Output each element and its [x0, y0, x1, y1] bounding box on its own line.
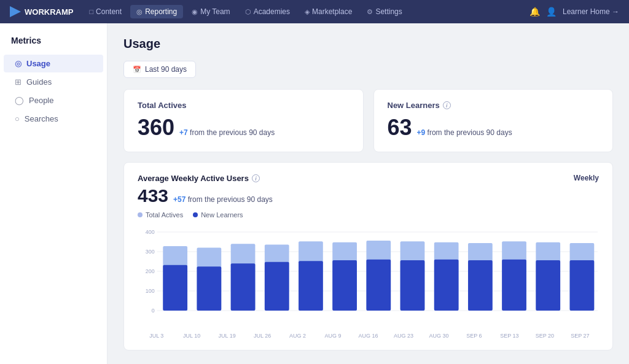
svg-rect-13	[197, 266, 222, 311]
total-actives-change: +7 from the previous 90 days	[179, 128, 275, 137]
academies-icon: ⬡	[245, 8, 251, 16]
topnav-right: 🔔 👤 Learner Home →	[529, 7, 619, 17]
x-axis-label: AUG 2	[280, 333, 315, 339]
x-axis-label: JUL 19	[209, 333, 244, 339]
new-learners-value-row: 63 +9 from the previous 90 days	[388, 115, 600, 141]
nav-academies[interactable]: ⬡ Academies	[239, 5, 296, 18]
chart-svg: 400 300 200 100 0	[138, 226, 599, 330]
bar-chart: 400 300 200 100 0	[138, 226, 599, 330]
top-navigation: WORKRAMP □ Content ◎ Reporting ◉ My Team…	[0, 0, 629, 23]
nav-marketplace-label: Marketplace	[312, 7, 352, 16]
x-axis-label: SEP 20	[527, 333, 562, 339]
sidebar-item-usage-label: Usage	[26, 59, 50, 68]
metric-cards-row: Total Actives 360 +7 from the previous 9…	[123, 89, 613, 152]
nav-settings[interactable]: ⚙ Settings	[361, 5, 408, 18]
svg-rect-17	[265, 262, 289, 311]
date-filter-label: Last 90 days	[145, 65, 187, 74]
legend-total-actives: Total Actives	[138, 211, 183, 219]
main-content: Usage 📅 Last 90 days Total Actives 360 +…	[107, 23, 629, 364]
x-axis-label: JUL 10	[174, 333, 209, 339]
legend-new-dot	[193, 212, 198, 217]
total-actives-value-row: 360 +7 from the previous 90 days	[138, 115, 350, 141]
svg-rect-31	[502, 260, 526, 311]
total-actives-card: Total Actives 360 +7 from the previous 9…	[123, 89, 364, 152]
svg-rect-35	[570, 260, 595, 311]
legend-new-label: New Learners	[201, 211, 243, 219]
svg-rect-11	[163, 265, 187, 311]
svg-rect-19	[299, 261, 323, 311]
sidebar-item-guides[interactable]: ⊞ Guides	[4, 73, 103, 91]
svg-rect-29	[468, 260, 493, 311]
reporting-icon: ◎	[136, 8, 143, 16]
brand-logo[interactable]: WORKRAMP	[10, 6, 73, 17]
new-learners-number: 63	[388, 115, 412, 141]
svg-rect-21	[332, 260, 357, 311]
bell-icon[interactable]: 🔔	[529, 7, 540, 17]
new-learners-card: New Learners i 63 +9 from the previous 9…	[373, 89, 614, 152]
x-axis-label: SEP 13	[492, 333, 527, 339]
date-filter-button[interactable]: 📅 Last 90 days	[123, 61, 196, 78]
new-learners-info-icon[interactable]: i	[443, 101, 451, 109]
chart-period-button[interactable]: Weekly	[574, 174, 599, 182]
learner-home-label: Learner Home →	[563, 7, 619, 16]
svg-rect-15	[231, 263, 256, 311]
total-actives-change-text: from the previous 90 days	[190, 128, 275, 137]
learner-home-button[interactable]: Learner Home →	[563, 7, 619, 16]
sidebar: Metrics ◎ Usage ⊞ Guides ◯ People ○ Sear…	[0, 23, 107, 364]
sidebar-item-guides-label: Guides	[26, 77, 52, 87]
x-axis-labels: JUL 3JUL 10JUL 19JUL 26AUG 2AUG 9AUG 16A…	[138, 330, 599, 339]
nav-reporting[interactable]: ◎ Reporting	[130, 5, 183, 18]
svg-text:200: 200	[146, 268, 155, 274]
nav-myteam-label: My Team	[200, 7, 230, 16]
new-learners-change-text: from the previous 90 days	[428, 128, 512, 137]
x-axis-label: SEP 27	[563, 333, 598, 339]
svg-rect-23	[366, 260, 391, 311]
svg-text:300: 300	[146, 249, 155, 255]
guides-icon: ⊞	[15, 77, 21, 87]
x-axis-label: AUG 16	[351, 333, 386, 339]
nav-settings-label: Settings	[375, 7, 402, 16]
sidebar-item-searches-label: Searches	[25, 114, 58, 123]
total-actives-title: Total Actives	[138, 101, 350, 110]
sidebar-item-people-label: People	[29, 96, 53, 105]
brand-name: WORKRAMP	[25, 7, 73, 17]
x-axis-label: AUG 30	[421, 333, 456, 339]
new-learners-change: +9 from the previous 90 days	[417, 128, 512, 137]
page-title: Usage	[123, 37, 613, 51]
nav-myteam[interactable]: ◉ My Team	[186, 5, 236, 18]
legend-new-learners: New Learners	[193, 211, 243, 219]
user-avatar-icon[interactable]: 👤	[546, 7, 557, 17]
myteam-icon: ◉	[192, 8, 198, 16]
x-axis-label: SEP 6	[456, 333, 491, 339]
sidebar-item-searches[interactable]: ○ Searches	[4, 110, 103, 128]
chart-stat-row: 433 +57 from the previous 90 days	[138, 185, 599, 206]
chart-header: Average Weekly Active Users i Weekly	[138, 174, 599, 183]
sidebar-item-usage[interactable]: ◎ Usage	[4, 55, 103, 72]
nav-content-label: Content	[96, 7, 122, 16]
nav-academies-label: Academies	[254, 7, 290, 16]
svg-rect-33	[536, 260, 560, 311]
sidebar-title: Metrics	[0, 36, 107, 54]
nav-content[interactable]: □ Content	[83, 5, 128, 18]
chart-info-icon[interactable]: i	[252, 174, 260, 182]
total-actives-number: 360	[138, 115, 174, 141]
svg-rect-27	[434, 260, 459, 311]
content-icon: □	[89, 8, 93, 15]
x-axis-label: JUL 26	[244, 333, 279, 339]
nav-reporting-label: Reporting	[145, 7, 177, 16]
sidebar-item-people[interactable]: ◯ People	[4, 91, 103, 109]
x-axis-label: AUG 9	[315, 333, 350, 339]
svg-rect-25	[400, 260, 425, 311]
calendar-icon: 📅	[133, 66, 141, 74]
svg-text:100: 100	[146, 288, 155, 294]
chart-stat-change: +57 from the previous 90 days	[173, 195, 273, 204]
chart-card: Average Weekly Active Users i Weekly 433…	[123, 162, 613, 350]
nav-marketplace[interactable]: ◈ Marketplace	[299, 5, 358, 18]
logo-icon	[10, 6, 21, 17]
people-icon: ◯	[15, 96, 24, 105]
chart-legend: Total Actives New Learners	[138, 211, 599, 219]
new-learners-change-val: +9	[417, 128, 426, 137]
marketplace-icon: ◈	[305, 8, 310, 16]
chart-stat-change-val: +57	[173, 195, 186, 204]
x-axis-label: AUG 23	[386, 333, 421, 339]
